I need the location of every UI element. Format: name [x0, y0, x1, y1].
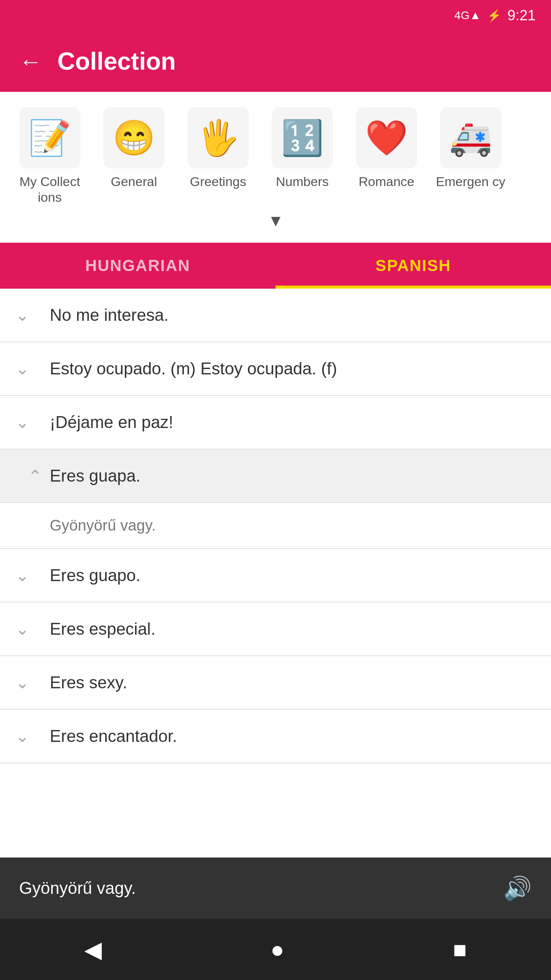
emergency-icon: 🚑: [449, 118, 492, 158]
phrase-text-5: Eres guapo.: [50, 566, 140, 585]
tab-spanish[interactable]: SPANISH: [276, 243, 551, 289]
phrase-chevron-1: ⌄: [15, 305, 42, 325]
phrase-chevron-4: ⌄: [15, 466, 42, 485]
category-label-my-collections: My Collect ions: [11, 174, 88, 205]
phrase-chevron-2: ⌄: [15, 359, 42, 378]
status-bar: 4G▲ ⚡ 9:21: [0, 0, 551, 31]
category-icon-my-collections: 📝: [19, 107, 80, 168]
category-label-greetings: Greetings: [190, 174, 246, 204]
phrase-chevron-5: ⌄: [15, 565, 42, 585]
bottom-bar-text: Gyönyörű vagy.: [19, 879, 503, 898]
tab-hungarian-label: HUNGARIAN: [85, 256, 191, 275]
category-section: 📝 My Collect ions 😁 General 🖐 Greetings …: [0, 92, 551, 243]
expand-chevron-wrap[interactable]: ▾: [8, 205, 543, 239]
tabs: HUNGARIAN SPANISH: [0, 243, 551, 289]
category-item-romance[interactable]: ❤️ Romance: [344, 103, 429, 204]
category-label-emergency: Emergen cy: [436, 174, 505, 204]
app-bar: ← Collection: [0, 31, 551, 92]
phrase-row-3[interactable]: ⌄ ¡Déjame en paz!: [0, 396, 551, 449]
phrase-chevron-3: ⌄: [15, 412, 42, 432]
category-item-greetings[interactable]: 🖐 Greetings: [176, 103, 260, 204]
nav-recents-button[interactable]: ■: [453, 936, 467, 963]
translation-row-4: Gyönyörű vagy.: [0, 503, 551, 549]
signal-icon: 4G▲: [454, 9, 481, 22]
romance-icon: ❤️: [365, 118, 408, 158]
tab-spanish-label: SPANISH: [375, 256, 451, 275]
phrase-row-7[interactable]: ⌄ Eres sexy.: [0, 656, 551, 710]
phrase-text-2: Estoy ocupado. (m) Estoy ocupada. (f): [50, 359, 337, 378]
phrase-row-5[interactable]: ⌄ Eres guapo.: [0, 549, 551, 603]
category-label-romance: Romance: [359, 174, 414, 204]
category-icon-romance: ❤️: [356, 107, 417, 168]
phrase-text-7: Eres sexy.: [50, 673, 127, 692]
phrase-text-1: No me interesa.: [50, 305, 169, 325]
phrase-row-2[interactable]: ⌄ Estoy ocupado. (m) Estoy ocupada. (f): [0, 342, 551, 396]
battery-icon: ⚡: [487, 9, 501, 22]
phrase-text-6: Eres especial.: [50, 619, 155, 639]
phrase-list: ⌄ No me interesa. ⌄ Estoy ocupado. (m) E…: [0, 289, 551, 763]
status-time: 9:21: [507, 7, 536, 24]
phrase-chevron-7: ⌄: [15, 673, 42, 692]
tab-hungarian[interactable]: HUNGARIAN: [0, 243, 276, 289]
general-icon: 😁: [112, 118, 155, 158]
category-row: 📝 My Collect ions 😁 General 🖐 Greetings …: [8, 103, 543, 205]
translation-text-4: Gyönyörű vagy.: [50, 517, 156, 534]
category-item-numbers[interactable]: 🔢 Numbers: [260, 103, 344, 204]
phrase-text-8: Eres encantador.: [50, 727, 177, 746]
category-icon-general: 😁: [103, 107, 165, 168]
nav-bar: ◀ ● ■: [0, 919, 551, 980]
category-label-general: General: [111, 174, 157, 204]
category-item-my-collections[interactable]: 📝 My Collect ions: [8, 103, 92, 205]
phrase-row-8[interactable]: ⌄ Eres encantador.: [0, 710, 551, 763]
nav-home-button[interactable]: ●: [271, 936, 284, 963]
category-icon-greetings: 🖐: [187, 107, 249, 168]
status-icons: 4G▲ ⚡ 9:21: [454, 7, 536, 24]
phrase-row-6[interactable]: ⌄ Eres especial.: [0, 603, 551, 656]
category-label-numbers: Numbers: [276, 174, 329, 204]
category-icon-emergency: 🚑: [440, 107, 501, 168]
phrase-row-4[interactable]: ⌄ Eres guapa.: [0, 449, 551, 503]
bottom-bar: Gyönyörű vagy. 🔊: [0, 858, 551, 919]
app-title: Collection: [57, 47, 176, 75]
numbers-icon: 🔢: [281, 118, 324, 158]
expand-chevron-icon: ▾: [271, 209, 280, 231]
phrase-text-3: ¡Déjame en paz!: [50, 413, 173, 432]
category-item-general[interactable]: 😁 General: [92, 103, 176, 204]
phrase-text-4: Eres guapa.: [50, 466, 140, 485]
category-item-emergency[interactable]: 🚑 Emergen cy: [429, 103, 513, 204]
phrase-chevron-8: ⌄: [15, 726, 42, 746]
greetings-icon: 🖐: [197, 118, 240, 158]
nav-back-button[interactable]: ◀: [84, 936, 102, 963]
my-collections-icon: 📝: [28, 118, 71, 158]
phrase-chevron-6: ⌄: [15, 619, 42, 639]
phrase-row-1[interactable]: ⌄ No me interesa.: [0, 289, 551, 342]
category-icon-numbers: 🔢: [272, 107, 333, 168]
sound-icon[interactable]: 🔊: [503, 875, 532, 902]
back-button[interactable]: ←: [19, 48, 42, 75]
